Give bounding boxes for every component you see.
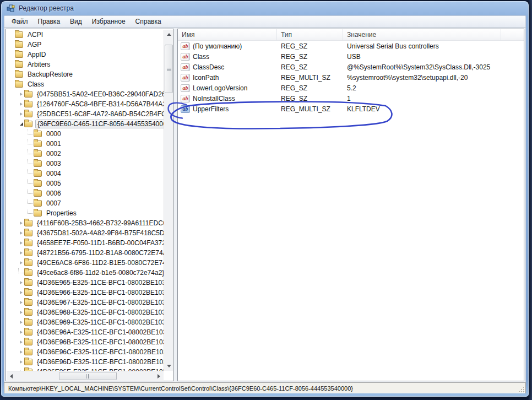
menu-item-1[interactable]: Правка [33,17,66,26]
value-name[interactable]: NoInstallClass [193,95,235,102]
tree-item[interactable]: 0002 [7,149,164,159]
tree-item[interactable]: {4D36E96D-E325-11CE-BFC1-08002BE10318} [7,357,164,367]
value-name[interactable]: (По умолчанию) [193,42,242,50]
titlebar[interactable]: Редактор реестра [1,1,529,15]
tree-item-label[interactable]: 0005 [45,180,63,187]
tree-item-label[interactable]: {48721B56-6795-11D2-B1A8-0080C72E74A2} [35,249,164,257]
column-header-2[interactable]: Значение [343,29,501,41]
chevron-collapsed-icon[interactable] [18,241,24,245]
chevron-collapsed-icon[interactable] [18,231,24,235]
chevron-collapsed-icon[interactable] [18,112,24,116]
chevron-expanded-icon[interactable] [18,122,24,126]
tree-item-label[interactable]: {49ce6ac8-6f86-11d2-b1e5-0080c72e74a2} [35,269,164,277]
tree-item-label[interactable]: ACPI [26,31,45,39]
tree-item[interactable]: Class [7,79,164,89]
tree-item-label[interactable]: {4D36E965-E325-11CE-BFC1-08002BE10318} [35,279,164,287]
tree-item[interactable]: {4D36E96E-E325-11CE-BFC1-08002BE10318} [7,367,164,371]
column-header-1[interactable]: Тип [277,29,343,41]
tree-item[interactable]: 0006 [7,188,164,198]
chevron-collapsed-icon[interactable] [18,311,24,314]
tree-item-label[interactable]: {4D36E96A-E325-11CE-BFC1-08002BE10318} [35,328,164,336]
value-row[interactable]: abUpperFiltersREG_MULTI_SZKLFLTDEV [178,104,524,114]
tree-item-label[interactable]: {4D36E96C-E325-11CE-BFC1-08002BE10318} [35,348,164,356]
tree-item-label[interactable]: 0002 [45,150,63,158]
tree-item-label[interactable]: AppID [26,51,47,58]
chevron-collapsed-icon[interactable] [18,93,24,96]
tree-item-label[interactable]: {4D36E966-E325-11CE-BFC1-08002BE10318} [35,289,164,296]
scroll-down-icon[interactable] [164,361,173,371]
tree-item-label[interactable]: {4116F60B-25B3-4662-B732-99A6111EDC0B} [35,219,164,227]
tree-item[interactable]: 0005 [7,179,164,188]
tree-item[interactable]: 0000 [7,129,164,139]
tree-item[interactable]: {4D36E96B-E325-11CE-BFC1-08002BE10318} [7,337,164,347]
tree-item-label[interactable]: 0001 [45,140,63,148]
value-name[interactable]: UpperFilters [193,105,229,113]
tree-item-label[interactable]: {49CE6AC8-6F86-11D2-B1E5-0080C72E74A2} [35,259,164,267]
tree-item-label[interactable]: {43675D81-502A-4A82-9F84-B75F418C5DEA} [35,229,164,237]
tree-item[interactable]: 0003 [7,159,164,169]
tree-item[interactable]: 0007 [7,198,164,208]
tree-item-label[interactable]: {4D36E96B-E325-11CE-BFC1-08002BE10318} [35,338,164,346]
value-row[interactable]: abClassREG_SZUSB [178,51,524,62]
tree-item[interactable]: {4D36E96A-E325-11CE-BFC1-08002BE10318} [7,327,164,337]
tree-item-label[interactable]: 0004 [45,170,63,177]
tree-item-label[interactable]: {4D36E968-E325-11CE-BFC1-08002BE10318} [35,309,164,316]
tree-item[interactable]: {4D36E967-E325-11CE-BFC1-08002BE10318} [7,298,164,307]
tree-item[interactable]: {48721B56-6795-11D2-B1A8-0080C72E74A2} [7,248,164,258]
tree-item[interactable]: {4D36E965-E325-11CE-BFC1-08002BE10318} [7,278,164,288]
tree-horizontal-scrollbar[interactable] [7,371,164,380]
chevron-collapsed-icon[interactable] [18,301,24,304]
resize-grip[interactable] [518,386,524,392]
tree-item[interactable]: BackupRestore [7,69,164,79]
value-row[interactable]: abIconPathREG_MULTI_SZ%systemroot%\syste… [178,72,524,83]
tree-item[interactable]: ACPI [7,30,164,40]
menu-item-0[interactable]: Файл [7,17,33,26]
tree-item-label[interactable]: {1264760F-A5C8-4BFE-B314-D56A7B44A362} [35,100,164,108]
chevron-collapsed-icon[interactable] [18,321,24,324]
chevron-collapsed-icon[interactable] [18,281,24,284]
tree-item[interactable]: {49CE6AC8-6F86-11D2-B1E5-0080C72E74A2} [7,258,164,268]
tree-item-label[interactable]: Arbiters [26,61,52,68]
value-row[interactable]: abNoInstallClassREG_SZ1 [178,93,524,104]
tree-item-label[interactable]: {0475BB51-5A02-4EE0-B36C-29040FAD2650} [35,90,164,98]
value-row[interactable]: abLowerLogoVersionREG_SZ5.2 [178,83,524,93]
menu-item-2[interactable]: Вид [65,17,87,26]
tree-item-label[interactable]: 0003 [45,160,63,167]
tree-item[interactable]: {0475BB51-5A02-4EE0-B36C-29040FAD2650} [7,89,164,99]
tree-item[interactable]: Properties [7,208,164,218]
tree-hscroll-thumb[interactable] [59,372,117,380]
chevron-collapsed-icon[interactable] [18,340,24,344]
tree-vertical-scrollbar[interactable] [164,30,173,371]
tree-item[interactable]: {4D36E968-E325-11CE-BFC1-08002BE10318} [7,307,164,317]
chevron-collapsed-icon[interactable] [18,350,24,354]
tree-item[interactable]: {49ce6ac8-6f86-11d2-b1e5-0080c72e74a2} [7,268,164,278]
tree-item-label[interactable]: {25DBCE51-6C8F-4A72-8A6D-B54C2B4FC835} [35,110,164,118]
menu-item-4[interactable]: Справка [131,17,166,26]
tree-item[interactable]: Arbiters [7,60,164,69]
value-row[interactable]: abClassDescREG_SZ@%SystemRoot%\System32\… [178,62,524,72]
tree-item-label[interactable]: AGP [26,41,43,48]
value-name[interactable]: IconPath [193,74,219,82]
tree-item-label[interactable]: 0006 [45,190,63,197]
tree-item[interactable]: {4D36E966-E325-11CE-BFC1-08002BE10318} [7,288,164,298]
tree-vscroll-thumb[interactable] [165,45,173,93]
tree-item[interactable]: {4658EE7E-F050-11D1-B6BD-00C04FA372A7} [7,238,164,248]
tree-item[interactable]: {25DBCE51-6C8F-4A72-8A6D-B54C2B4FC835} [7,109,164,119]
tree-item-label[interactable]: {4658EE7E-F050-11D1-B6BD-00C04FA372A7} [35,239,164,247]
tree-item[interactable]: 0001 [7,139,164,149]
tree-item-label[interactable]: BackupRestore [26,71,74,78]
value-name[interactable]: ClassDesc [193,63,224,71]
tree-item-label[interactable]: {4D36E967-E325-11CE-BFC1-08002BE10318} [35,299,164,306]
tree-item[interactable]: 0004 [7,169,164,179]
tree-item[interactable]: {4D36E96C-E325-11CE-BFC1-08002BE10318} [7,347,164,357]
tree-item[interactable]: {43675D81-502A-4A82-9F84-B75F418C5DEA} [7,228,164,238]
tree-item-label[interactable]: 0000 [45,130,63,138]
value-name[interactable]: LowerLogoVersion [193,84,247,92]
tree-item-label[interactable]: 0007 [45,199,63,207]
tree-item[interactable]: {36FC9E60-C465-11CF-8056-444553540000} [7,119,164,129]
menu-item-3[interactable]: Избранное [87,17,131,26]
chevron-collapsed-icon[interactable] [18,331,24,334]
chevron-collapsed-icon[interactable] [18,360,24,364]
tree-item-label[interactable]: {4D36E969-E325-11CE-BFC1-08002BE10318} [35,318,164,326]
tree-item-label[interactable]: Properties [45,209,78,217]
